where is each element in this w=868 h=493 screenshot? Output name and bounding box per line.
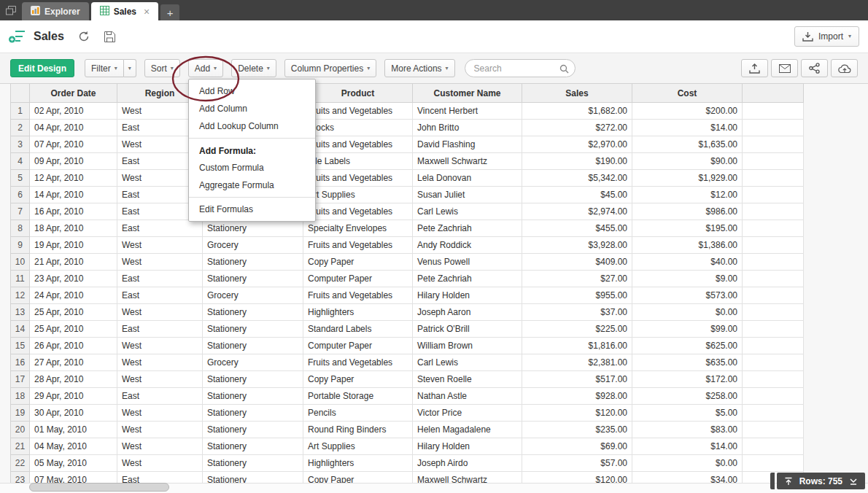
cell[interactable]: $2,970.00: [522, 136, 632, 153]
cell[interactable]: $0.00: [632, 304, 743, 321]
filter-button[interactable]: Filter ▾: [85, 59, 124, 77]
cell[interactable]: 25 Apr, 2010: [30, 304, 117, 321]
row-number[interactable]: 16: [11, 354, 30, 371]
cell[interactable]: West: [117, 422, 203, 438]
row-number[interactable]: 17: [11, 371, 30, 388]
cell[interactable]: [743, 321, 804, 338]
cell[interactable]: $625.00: [632, 338, 743, 354]
close-icon[interactable]: ×: [144, 7, 150, 17]
cell[interactable]: Stationery: [203, 220, 303, 237]
cell[interactable]: Fruits and Vegetables: [303, 354, 413, 371]
menu-item-add-row[interactable]: Add Row: [189, 82, 315, 100]
cell[interactable]: $1,635.00: [632, 136, 743, 153]
cell[interactable]: Hilary Holden: [413, 438, 522, 455]
cell[interactable]: East: [117, 271, 203, 287]
cell[interactable]: Lela Donovan: [413, 170, 522, 187]
cell[interactable]: [743, 455, 804, 472]
cell[interactable]: 04 May, 2010: [30, 438, 117, 455]
cell[interactable]: $1,386.00: [632, 237, 743, 254]
cell[interactable]: $409.00: [522, 254, 632, 271]
cell[interactable]: 14 Apr, 2010: [30, 187, 117, 203]
cell[interactable]: West: [117, 405, 203, 422]
cell[interactable]: Vincent Herbert: [413, 103, 522, 120]
cell[interactable]: 30 Apr, 2010: [30, 405, 117, 422]
cell[interactable]: Copy Paper: [303, 254, 413, 271]
cell[interactable]: 29 Apr, 2010: [30, 388, 117, 405]
cell[interactable]: [743, 120, 804, 136]
cell[interactable]: West: [117, 237, 203, 254]
cell[interactable]: 16 Apr, 2010: [30, 203, 117, 220]
row-number[interactable]: 11: [11, 271, 30, 287]
row-number[interactable]: 18: [11, 388, 30, 405]
row-number[interactable]: 4: [11, 153, 30, 170]
cell[interactable]: $1,682.00: [522, 103, 632, 120]
cell[interactable]: Carl Lewis: [413, 354, 522, 371]
cell[interactable]: [743, 170, 804, 187]
cell[interactable]: $5.00: [632, 405, 743, 422]
cell[interactable]: Hilary Holden: [413, 287, 522, 304]
row-number[interactable]: 15: [11, 338, 30, 354]
row-number[interactable]: 19: [11, 405, 30, 422]
cell[interactable]: $5,342.00: [522, 170, 632, 187]
tab-explorer[interactable]: Explorer: [22, 2, 89, 20]
cell[interactable]: Susan Juliet: [413, 187, 522, 203]
cell[interactable]: [743, 203, 804, 220]
cell[interactable]: West: [117, 438, 203, 455]
cell[interactable]: Portable Storage: [303, 388, 413, 405]
horizontal-scrollbar[interactable]: [29, 483, 169, 492]
cell[interactable]: $14.00: [632, 438, 743, 455]
cell[interactable]: Joseph Aaron: [413, 304, 522, 321]
cell[interactable]: [743, 220, 804, 237]
menu-item-edit-formulas[interactable]: Edit Formulas: [189, 201, 315, 218]
cell[interactable]: $200.00: [632, 103, 743, 120]
row-number[interactable]: 14: [11, 321, 30, 338]
window-restore-icon[interactable]: [6, 6, 16, 15]
edit-design-button[interactable]: Edit Design: [10, 59, 74, 77]
cell[interactable]: $37.00: [522, 304, 632, 321]
cell[interactable]: John Britto: [413, 120, 522, 136]
cell[interactable]: 25 Apr, 2010: [30, 321, 117, 338]
cell[interactable]: $45.00: [522, 187, 632, 203]
row-number[interactable]: 8: [11, 220, 30, 237]
column-header[interactable]: Order Date: [30, 84, 117, 103]
cell[interactable]: [743, 388, 804, 405]
cell[interactable]: Stationery: [203, 254, 303, 271]
cell[interactable]: $455.00: [522, 220, 632, 237]
cell[interactable]: 18 Apr, 2010: [30, 220, 117, 237]
cell[interactable]: Clocks: [303, 120, 413, 136]
cell[interactable]: $272.00: [522, 120, 632, 136]
cell[interactable]: Maxwell Schwartz: [413, 153, 522, 170]
import-button[interactable]: Import ▾: [794, 26, 859, 47]
column-header[interactable]: Product: [303, 84, 413, 103]
cell[interactable]: Stationery: [203, 304, 303, 321]
cell[interactable]: Grocery: [203, 237, 303, 254]
save-icon[interactable]: [101, 28, 120, 45]
row-number[interactable]: 12: [11, 287, 30, 304]
cell[interactable]: Fruits and Vegetables: [303, 287, 413, 304]
cell[interactable]: Stationery: [203, 455, 303, 472]
cell[interactable]: Steven Roelle: [413, 371, 522, 388]
cell[interactable]: Pete Zachriah: [413, 271, 522, 287]
cell[interactable]: 26 Apr, 2010: [30, 338, 117, 354]
cell[interactable]: 01 May, 2010: [30, 422, 117, 438]
cell[interactable]: Fruits and Vegetables: [303, 136, 413, 153]
cell[interactable]: Round Ring Binders: [303, 422, 413, 438]
cell[interactable]: Stationery: [203, 321, 303, 338]
cell[interactable]: Fruits and Vegetables: [303, 103, 413, 120]
cell[interactable]: $1,929.00: [632, 170, 743, 187]
cell[interactable]: Computer Paper: [303, 271, 413, 287]
cell[interactable]: $83.00: [632, 422, 743, 438]
cell[interactable]: Art Supplies: [303, 187, 413, 203]
cell[interactable]: 27 Apr, 2010: [30, 354, 117, 371]
cell[interactable]: 23 Apr, 2010: [30, 271, 117, 287]
menu-item-add-lookup-column[interactable]: Add Lookup Column: [189, 117, 315, 135]
cell[interactable]: [743, 237, 804, 254]
cell[interactable]: East: [117, 321, 203, 338]
cell[interactable]: [743, 338, 804, 354]
publish-button[interactable]: [741, 59, 768, 77]
cell[interactable]: Venus Powell: [413, 254, 522, 271]
cell[interactable]: [743, 354, 804, 371]
statusbar-handle[interactable]: [770, 473, 775, 489]
cell[interactable]: $190.00: [522, 153, 632, 170]
column-properties-button[interactable]: Column Properties ▾: [284, 59, 376, 77]
